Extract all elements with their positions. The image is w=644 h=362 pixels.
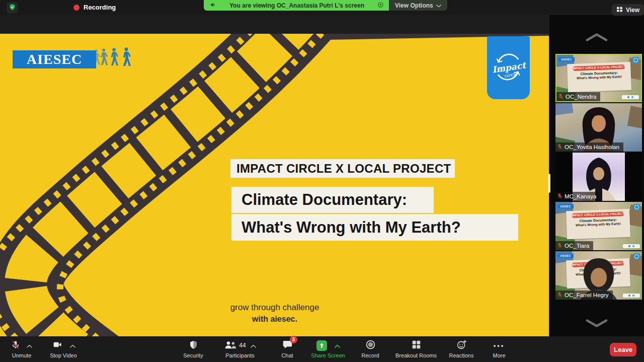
shield-check-icon bbox=[9, 3, 16, 13]
grid-view-icon bbox=[616, 7, 623, 14]
chat-label: Chat bbox=[281, 352, 293, 358]
preview-logos-chip bbox=[622, 95, 639, 99]
aiesec-walking-people-icon bbox=[93, 47, 134, 69]
chevron-up-icon[interactable] bbox=[335, 342, 340, 349]
breakout-rooms-button[interactable]: Breakout Rooms bbox=[391, 336, 441, 362]
chevron-up-icon[interactable] bbox=[70, 342, 75, 349]
preview-aiesec-chip: AIESEC bbox=[557, 204, 574, 208]
more-button[interactable]: ••• More bbox=[474, 336, 524, 362]
aiesec-logo-box: AIESEC bbox=[13, 50, 96, 68]
muted-mic-icon bbox=[11, 340, 20, 351]
view-button[interactable]: View bbox=[612, 4, 644, 16]
participants-sidebar: IMPACT CIRCLE X LOCAL PROJECT Climate Do… bbox=[549, 15, 644, 336]
participant-name: OC_Yovita Hasiholan bbox=[565, 144, 619, 150]
view-button-label: View bbox=[626, 7, 639, 14]
aiesec-logo-text: AIESEC bbox=[27, 51, 82, 67]
security-button[interactable]: Security bbox=[168, 336, 218, 362]
record-label: Record bbox=[361, 352, 379, 358]
recording-label: Recording bbox=[84, 4, 116, 11]
slide-title-line2: What's Wrong with My Earth? bbox=[231, 214, 518, 241]
stop-video-button[interactable]: Stop Video bbox=[38, 336, 89, 362]
muted-mic-icon bbox=[557, 193, 562, 200]
share-screen-icon bbox=[316, 340, 327, 351]
slide-kicker: IMPACT CIRCLE X LOCAL PROJECT bbox=[230, 159, 455, 178]
muted-mic-icon bbox=[557, 143, 562, 151]
chevron-up-icon[interactable] bbox=[27, 342, 32, 349]
chat-unread-badge: 3 bbox=[290, 336, 297, 343]
slide-title-line1-text: Climate Documentary: bbox=[242, 191, 407, 209]
breakout-rooms-label: Breakout Rooms bbox=[395, 352, 437, 358]
participants-count: 44 bbox=[239, 342, 246, 349]
ellipsis-icon: ••• bbox=[494, 342, 505, 349]
participants-button[interactable]: 44 Participants bbox=[215, 336, 265, 362]
shared-screen-area: AIESEC bbox=[0, 15, 549, 336]
preview-impact-chip bbox=[632, 57, 639, 63]
film-strip-graphic bbox=[0, 34, 549, 336]
reactions-label: Reactions bbox=[449, 352, 474, 358]
live-indicator-icon bbox=[377, 1, 384, 10]
chat-bubble-icon: 3 bbox=[282, 339, 293, 351]
preview-card: IMPACT CIRCLE X LOCAL PROJECT Climate Do… bbox=[566, 209, 630, 239]
slide-tagline: grow through challenge with aiesec. bbox=[199, 303, 350, 324]
participant-name: OC_Nendra bbox=[566, 94, 596, 100]
recording-dot-icon bbox=[73, 5, 79, 11]
scroll-up-button[interactable] bbox=[583, 31, 610, 43]
chevron-up-icon[interactable] bbox=[251, 342, 256, 349]
stop-video-label: Stop Video bbox=[50, 352, 77, 358]
muted-mic-icon bbox=[557, 292, 562, 299]
shield-icon bbox=[189, 340, 198, 351]
viewing-banner-message: You are viewing OC_Anastasia Putri L's s… bbox=[204, 0, 389, 11]
meeting-toolbar: Unmute Stop Video Security bbox=[0, 336, 644, 362]
view-options-label: View Options bbox=[395, 2, 433, 9]
preview-impact-chip bbox=[633, 204, 640, 210]
record-icon bbox=[365, 339, 376, 351]
participant-tile[interactable]: IMPACT CIRCLE X LOCAL PROJECT Climate Do… bbox=[555, 251, 642, 300]
slide-kicker-text: IMPACT CIRCLE X LOCAL PROJECT bbox=[236, 162, 451, 176]
participant-name-tag: MC_Kanaya bbox=[555, 192, 600, 201]
viewing-banner: You are viewing OC_Anastasia Putri L's s… bbox=[204, 0, 447, 11]
breakout-rooms-icon bbox=[412, 340, 421, 351]
chevron-down-icon bbox=[436, 2, 441, 9]
muted-mic-icon bbox=[557, 242, 562, 249]
aiesec-logo: AIESEC bbox=[13, 47, 134, 68]
slide-title-line2-text: What's Wrong with My Earth? bbox=[242, 219, 461, 237]
participant-name: MC_Kanaya bbox=[565, 193, 596, 199]
participant-tile[interactable]: OC_Yovita Hasiholan bbox=[555, 103, 642, 152]
participant-tile[interactable]: MC_Kanaya bbox=[555, 153, 642, 201]
top-bar: Recording You are viewing OC_Anastasia P… bbox=[0, 0, 644, 15]
security-label: Security bbox=[183, 352, 203, 358]
participant-name-tag: OC_Nendra bbox=[556, 92, 600, 101]
preview-card: IMPACT CIRCLE X LOCAL PROJECT Climate Do… bbox=[567, 62, 631, 92]
impact-circle-badge: Impact circle bbox=[487, 36, 530, 99]
slide-title-line1: Climate Documentary: bbox=[231, 187, 434, 213]
participant-name-tag: OC_Tiara bbox=[555, 241, 593, 250]
slide-tagline-line1: grow through challenge bbox=[199, 303, 350, 313]
record-button[interactable]: Record bbox=[345, 336, 395, 362]
speaker-icon bbox=[210, 1, 216, 10]
more-label: More bbox=[493, 352, 505, 358]
camera-icon bbox=[52, 340, 63, 351]
security-badge-button[interactable] bbox=[7, 2, 18, 14]
viewing-banner-text: You are viewing OC_Anastasia Putri L's s… bbox=[220, 2, 373, 9]
participant-name: OC_Tiara bbox=[565, 243, 589, 249]
presentation-slide: AIESEC bbox=[0, 34, 549, 336]
participant-tile[interactable]: IMPACT CIRCLE X LOCAL PROJECT Climate Do… bbox=[555, 54, 642, 102]
view-options-button[interactable]: View Options bbox=[389, 0, 447, 11]
participants-label: Participants bbox=[225, 352, 254, 358]
participant-name-tag: OC_Farrel Hegry bbox=[555, 291, 613, 300]
participants-icon bbox=[224, 340, 236, 351]
participant-tile[interactable]: IMPACT CIRCLE X LOCAL PROJECT Climate Do… bbox=[555, 202, 642, 250]
preview-logos-chip bbox=[623, 244, 640, 248]
participant-name-tag: OC_Yovita Hasiholan bbox=[555, 142, 623, 152]
muted-mic-icon bbox=[558, 93, 564, 100]
reactions-smiley-icon bbox=[456, 339, 467, 351]
leave-button[interactable]: Leave bbox=[610, 343, 636, 356]
unmute-label: Unmute bbox=[12, 352, 32, 358]
participant-name: OC_Farrel Hegry bbox=[565, 292, 609, 298]
preview-aiesec-chip: AIESEC bbox=[558, 57, 575, 61]
scroll-down-button[interactable] bbox=[583, 317, 610, 329]
zoom-meeting-window: Recording You are viewing OC_Anastasia P… bbox=[0, 0, 644, 362]
slide-tagline-line2: with aiesec. bbox=[199, 315, 350, 324]
sidebar-resize-handle[interactable] bbox=[548, 174, 550, 193]
share-screen-label: Share Screen bbox=[311, 352, 345, 358]
